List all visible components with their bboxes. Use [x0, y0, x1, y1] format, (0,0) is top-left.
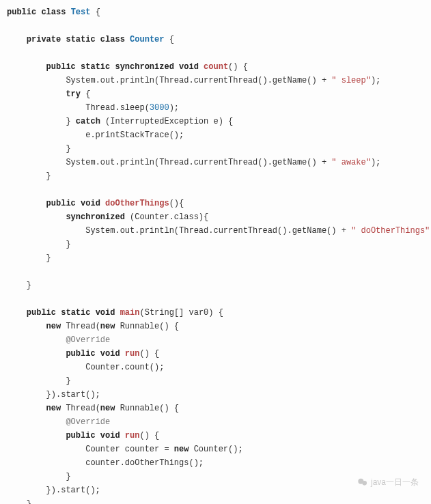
string: " awake" [331, 158, 371, 167]
class-name: Counter [130, 35, 164, 44]
keyword: void [100, 349, 120, 359]
keyword: static [66, 35, 95, 44]
keyword: class [41, 8, 66, 17]
method-name: run [125, 349, 140, 359]
keyword: void [81, 199, 100, 208]
keyword: public [27, 308, 56, 318]
keyword: new [100, 404, 115, 413]
keyword: synchronized [115, 62, 173, 72]
keyword: void [100, 431, 120, 440]
class-name: Test [71, 8, 91, 17]
keyword: public [46, 62, 76, 72]
watermark: java一日一条 [357, 475, 419, 489]
method-name: count [204, 62, 228, 72]
text: ); [169, 103, 179, 113]
keyword: synchronized [66, 212, 124, 222]
text: () { [139, 431, 159, 440]
text: Runnable() { [115, 404, 179, 413]
method-name: main [120, 308, 140, 318]
text: System.out.println(Thread.currentThread(… [66, 158, 331, 167]
annotation: @Override [66, 335, 110, 345]
brace: { [169, 35, 174, 44]
wechat-icon [357, 477, 368, 488]
keyword: try [66, 89, 81, 99]
annotation: @Override [66, 417, 110, 427]
keyword: new [100, 322, 115, 331]
text: Counter(); [189, 445, 242, 454]
keyword: private [27, 35, 61, 44]
text: (InterruptedException e) { [100, 117, 233, 126]
text: () [228, 62, 238, 72]
keyword: static [81, 62, 110, 72]
keyword: new [174, 445, 189, 454]
keyword: public [7, 8, 36, 17]
svg-point-1 [362, 481, 367, 486]
text: Thread.sleep( [85, 103, 150, 113]
code-block: public class Test { private static class… [7, 5, 424, 504]
method-name: doOtherThings [105, 199, 169, 208]
brace: { [96, 8, 100, 17]
brace: } [66, 472, 70, 481]
string: " doOtherThings" [351, 226, 430, 236]
text: }).start(); [46, 486, 100, 495]
brace: } [46, 253, 51, 263]
keyword: public [46, 199, 76, 208]
brace: } [66, 117, 70, 126]
keyword: catch [76, 117, 100, 126]
string: " sleep" [331, 76, 371, 85]
text: counter.doOtherThings(); [85, 458, 204, 468]
keyword: public [66, 349, 95, 359]
text: Counter counter = [85, 445, 174, 454]
text: Runnable() { [115, 322, 179, 331]
text: Counter.count(); [85, 363, 164, 372]
keyword: void [179, 62, 199, 72]
watermark-text: java一日一条 [371, 475, 419, 489]
text: ); [371, 158, 380, 167]
text: System.out.println(Thread.currentThread(… [85, 226, 351, 236]
keyword: public [66, 431, 95, 440]
keyword: static [61, 308, 90, 318]
brace: } [66, 144, 70, 154]
brace: } [66, 240, 70, 249]
text: (){ [169, 199, 184, 208]
text: Thread( [61, 322, 100, 331]
text: ); [371, 76, 380, 85]
brace: } [27, 499, 31, 504]
text: (String[] var0) { [139, 308, 223, 318]
brace: } [27, 281, 31, 290]
text: e.printStackTrace(); [85, 130, 184, 140]
brace: { [243, 62, 248, 72]
brace: } [66, 376, 70, 386]
text: () { [139, 349, 159, 359]
text: Thread( [61, 404, 100, 413]
text: (Counter.class){ [125, 212, 208, 222]
number: 3000 [150, 103, 169, 113]
text: System.out.println(Thread.currentThread(… [66, 76, 331, 85]
keyword: class [100, 35, 125, 44]
text: }).start(); [46, 390, 100, 400]
brace: } [46, 171, 51, 181]
brace: { [85, 89, 90, 99]
keyword: new [46, 322, 61, 331]
keyword: new [46, 404, 61, 413]
method-name: run [125, 431, 140, 440]
keyword: void [96, 308, 115, 318]
